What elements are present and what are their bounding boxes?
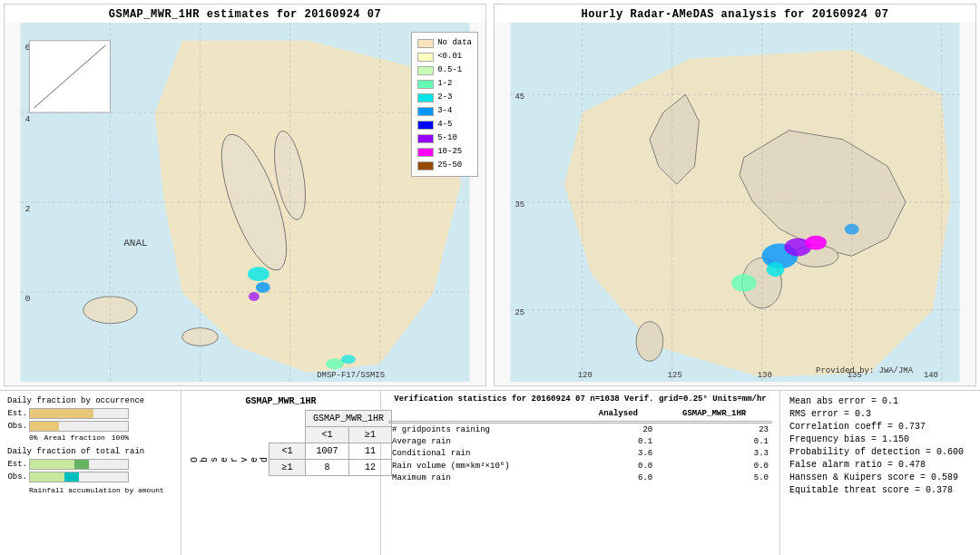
legend-item-1: <0.01	[417, 50, 472, 63]
legend-item-6: 4-5	[417, 118, 472, 131]
legend-color-2	[417, 66, 434, 75]
legend-color-4	[417, 93, 434, 102]
prob-detection: Probability of detection = 0.600	[789, 447, 971, 457]
svg-text:35: 35	[514, 200, 524, 209]
verif-analyzed-4: 6.0	[581, 472, 657, 484]
svg-point-36	[767, 262, 785, 277]
verif-gsmap-4: 5.0	[656, 472, 772, 484]
obs-bar-fill	[30, 422, 59, 431]
verif-row-1: # gridpoints raining 20 23	[388, 424, 772, 436]
legend-item-9: 25-50	[417, 159, 472, 172]
obs-rain-label: Obs.	[7, 472, 27, 482]
right-map-panel: Hourly Radar-AMeDAS analysis for 2016092…	[494, 4, 976, 386]
right-map-content: 45 35 25 120 125 130 135 140 Provided by…	[495, 23, 975, 382]
verif-title: Verification statistics for 20160924 07 …	[388, 394, 772, 404]
verif-analyzed-0: 20	[581, 424, 657, 436]
verif-label-0: # gridpoints raining	[388, 424, 581, 436]
est-occurrence-bar: Est.	[7, 408, 173, 419]
obs-rain-fill	[30, 472, 64, 482]
legend-color-8	[417, 148, 434, 157]
svg-text:25: 25	[514, 308, 524, 317]
contingency-title: GSMAP_MWR_1HR	[189, 396, 373, 406]
top-section: GSMAP_MWR_1HR estimates for 20160924 07	[0, 0, 980, 390]
bottom-section: Daily fraction by occurrence Est. Obs. 0…	[0, 390, 980, 555]
verif-header-analyzed: Analysed	[581, 407, 657, 421]
legend-color-6	[417, 121, 434, 130]
verif-analyzed-3: 0.0	[581, 460, 657, 472]
est-rain-bar: Est.	[7, 459, 173, 470]
obs-bar-container	[29, 421, 129, 432]
verif-label-2: Conditional rain	[388, 448, 581, 460]
row-gte1: ≥1	[270, 460, 306, 476]
svg-text:DMSP-F17/SSMIS: DMSP-F17/SSMIS	[317, 371, 385, 380]
legend-color-1	[417, 53, 434, 62]
equitable-threat: Equitable threat score = 0.378	[789, 485, 971, 495]
verif-label-1: Average rain	[388, 436, 581, 448]
legend-item-3: 1-2	[417, 77, 472, 91]
legend-item-7: 5-10	[417, 131, 472, 145]
verif-gsmap-1: 0.1	[656, 436, 772, 448]
verif-gsmap-2: 3.3	[656, 448, 772, 460]
col-lt1: <1	[306, 427, 349, 443]
est-rain-container	[29, 459, 129, 470]
main-container: GSMAP_MWR_1HR estimates for 20160924 07	[0, 0, 980, 555]
cell-gte1-lt1: 8	[306, 460, 349, 476]
svg-text:140: 140	[924, 371, 938, 380]
statistics-panel: Mean abs error = 0.1 RMS error = 0.3 Cor…	[780, 391, 980, 555]
svg-text:ANAL: ANAL	[123, 238, 147, 248]
verif-row-4: Rain volume (mm×km²×10⁶) 0.0 0.0	[388, 460, 772, 472]
svg-point-10	[341, 355, 356, 364]
mean-abs-error: Mean abs error = 0.1	[789, 396, 971, 406]
verif-row-5: Maximum rain 6.0 5.0	[388, 472, 772, 484]
svg-point-9	[326, 358, 344, 369]
svg-point-6	[248, 267, 270, 281]
col-header-gsmap: GSMAP_MWR_1HR	[306, 411, 392, 427]
svg-text:125: 125	[668, 371, 682, 380]
verif-analyzed-2: 3.6	[581, 448, 657, 460]
legend-color-3	[417, 80, 434, 89]
svg-point-35	[805, 236, 827, 250]
verif-analyzed-1: 0.1	[581, 436, 657, 448]
svg-point-8	[249, 292, 260, 301]
rms-error: RMS error = 0.3	[789, 409, 971, 419]
cell-lt1-lt1: 1007	[306, 443, 349, 460]
svg-text:130: 130	[758, 371, 772, 380]
svg-text:0: 0	[24, 294, 30, 304]
freq-bias: Frequency bias = 1.150	[789, 434, 971, 444]
svg-text:Provided by: JWA/JMA: Provided by: JWA/JMA	[816, 366, 914, 375]
rain-footer: Rainfall accumulation by amount	[29, 486, 173, 494]
verification-panel: Verification statistics for 20160924 07 …	[381, 391, 780, 555]
contingency-table: GSMAP_MWR_1HR <1 ≥1 Observed <1 1007 11 …	[189, 410, 392, 476]
legend-color-nodata	[417, 39, 434, 48]
verif-table: Analysed GSMAP_MWR_1HR # gridpoints rain…	[388, 407, 772, 484]
verif-gsmap-3: 0.0	[656, 460, 772, 472]
verif-header-gsmap: GSMAP_MWR_1HR	[656, 407, 772, 421]
est-rain-fill2	[74, 460, 89, 469]
rain-chart: Daily fraction of total rain Est. Obs. R	[7, 447, 173, 494]
verif-row-3: Conditional rain 3.6 3.3	[388, 448, 772, 460]
svg-point-37	[731, 274, 757, 292]
legend-item-4: 2-3	[417, 91, 472, 104]
left-map-panel: GSMAP_MWR_1HR estimates for 20160924 07	[4, 4, 486, 386]
legend-no-data: No data	[417, 36, 472, 50]
verif-header-row: Analysed GSMAP_MWR_1HR	[388, 407, 772, 421]
false-alarm-ratio: False alarm ratio = 0.478	[789, 460, 971, 470]
bottom-left-panel: Daily fraction by occurrence Est. Obs. 0…	[0, 391, 181, 555]
est-rain-fill	[30, 460, 74, 469]
rain-title: Daily fraction of total rain	[7, 447, 173, 456]
svg-point-32	[636, 322, 663, 362]
occurrence-axis: 0% Areal fraction 100%	[29, 433, 129, 442]
svg-text:4: 4	[24, 114, 30, 124]
legend-item-5: 3-4	[417, 104, 472, 118]
occurrence-chart: Daily fraction by occurrence Est. Obs. 0…	[7, 396, 173, 442]
right-map-svg: 45 35 25 120 125 130 135 140 Provided by…	[495, 23, 975, 382]
svg-text:2: 2	[24, 204, 30, 214]
verif-row-2: Average rain 0.1 0.1	[388, 436, 772, 448]
verif-label-4: Maximum rain	[388, 472, 581, 484]
obs-occurrence-bar: Obs.	[7, 421, 173, 432]
obs-rain-container	[29, 472, 129, 482]
left-map-content: 6 4 2 0 ANAL DMSP-F17/SSMIS No d	[5, 23, 485, 382]
obs-rain-bar: Obs.	[7, 472, 173, 482]
legend-color-9	[417, 161, 434, 170]
legend-item-8: 10-25	[417, 145, 472, 159]
